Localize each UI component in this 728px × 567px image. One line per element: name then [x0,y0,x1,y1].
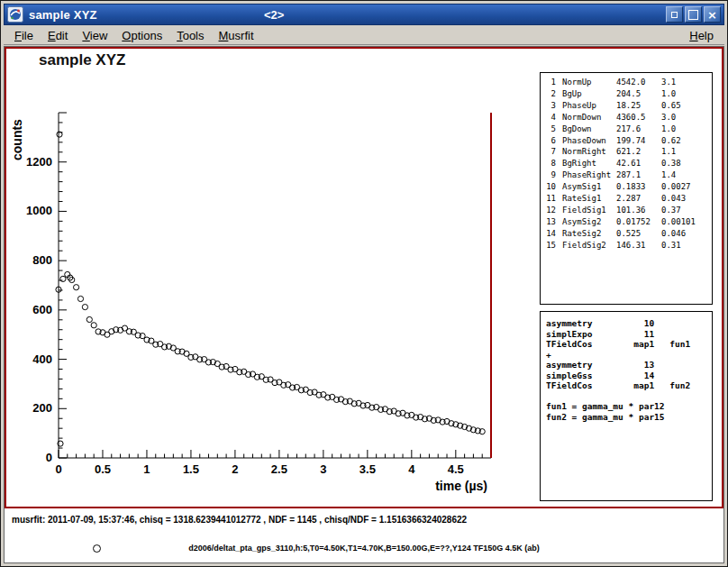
svg-text:200: 200 [32,401,52,415]
parameter-cell: 5 [545,123,556,135]
menu-view[interactable]: View [75,27,114,44]
parameter-cell: 14 [545,228,556,240]
parameter-cell: 204.5 [616,88,661,100]
plot-svg[interactable]: 00.511.522.533.544.502004006008001000120… [6,63,538,501]
parameter-cell: 0.65 [661,100,712,112]
menu-musrfit[interactable]: Musrfit [212,27,261,44]
parameter-row: 14RateSig20.5250.046 [545,228,712,240]
parameter-cell: 15 [545,240,556,251]
parameter-cell: 217.6 [616,123,661,135]
parameter-row: 7NormRight621.21.1 [545,146,712,158]
parameter-cell: 1.0 [661,88,712,100]
svg-text:1200: 1200 [26,155,52,169]
parameter-cell: 11 [545,193,556,205]
parameter-row: 8BgRight42.610.38 [545,158,712,169]
parameter-cell: 12 [545,205,556,216]
parameter-cell: NormRight [562,146,616,158]
parameter-cell: 4360.5 [616,112,661,123]
svg-text:0.5: 0.5 [95,462,111,476]
theory-line: fun1 = gamma_mu * par12 [546,401,712,412]
menu-tools[interactable]: Tools [169,27,211,44]
parameter-cell: 0.37 [661,205,712,216]
legend: d2006/deltat_pta_gps_3110,h:5,T0=4.50K,T… [5,536,723,558]
root-canvas[interactable]: sample XYZ 00.511.522.533.544.5020040060… [5,47,723,508]
window-controls: × [666,6,721,23]
parameter-cell: PhaseRight [562,169,616,181]
parameter-cell: FieldSig1 [562,205,616,216]
svg-text:2: 2 [232,462,238,476]
parameter-cell: 1.1 [661,146,712,158]
parameter-cell: 3.0 [661,112,712,123]
parameter-cell: 0.046 [661,228,712,240]
menu-file[interactable]: File [7,27,41,44]
parameter-cell: 0.043 [661,193,712,205]
svg-text:1000: 1000 [26,204,52,217]
theory-line: simpleGss 14 [546,370,712,381]
menu-help[interactable]: Help [678,27,724,44]
parameter-row: 9PhaseRight287.11.4 [545,169,712,181]
parameter-row: 11RateSig12.2870.043 [545,193,712,205]
parameter-cell: 3.1 [661,77,712,88]
titlebar[interactable]: sample XYZ <2> × [4,4,724,25]
parameter-cell: 199.74 [616,135,661,147]
parameter-row: 12FieldSig1101.360.37 [545,205,712,216]
window-title: sample XYZ [29,8,97,22]
svg-text:0: 0 [46,451,52,464]
parameter-cell: RateSig2 [562,228,616,240]
close-button[interactable]: × [704,6,721,23]
parameter-row: 13AsymSig20.017520.00101 [545,216,712,228]
parameter-cell: AsymSig1 [562,181,616,193]
parameter-cell: 9 [545,169,556,181]
parameter-cell: 2.287 [616,193,661,205]
svg-text:3.5: 3.5 [359,462,376,476]
parameter-cell: 0.00101 [661,216,712,228]
parameter-cell: 7 [545,146,556,158]
parameter-cell: 0.525 [616,228,661,240]
theory-line: fun2 = gamma_mu * par15 [546,412,712,423]
parameter-row: 6PhaseDown199.740.62 [545,135,712,147]
menu-options[interactable]: Options [114,27,169,44]
parameter-cell: 8 [545,158,556,169]
menubar: File Edit View Options Tools Musrfit Hel… [4,26,724,45]
parameter-cell: 42.61 [616,158,661,169]
parameter-cell: AsymSig2 [562,216,616,228]
parameter-row: 15FieldSig2146.310.31 [545,240,712,251]
parameter-cell: 10 [545,181,556,193]
parameter-cell: 1 [545,77,556,88]
parameter-row: 5BgDown217.61.0 [545,123,712,135]
parameter-cell: 146.31 [616,240,661,251]
theory-line: TFieldCos map1 fun1 [546,339,712,350]
svg-text:800: 800 [32,253,52,267]
parameter-cell: BgDown [562,123,616,135]
parameter-cell: BgRight [562,158,616,169]
parameter-cell: 13 [545,216,556,228]
parameter-cell: RateSig1 [562,193,616,205]
parameter-cell: 621.2 [616,146,661,158]
parameter-cell: FieldSig2 [562,240,616,251]
parameter-cell: 287.1 [616,169,661,181]
theory-box[interactable]: asymmetry 10simplExpo 11TFieldCos map1 f… [540,311,713,501]
parameter-cell: BgUp [562,88,616,100]
parameter-row: 1NormUp4542.03.1 [545,77,712,88]
close-icon: × [707,9,717,21]
svg-text:0: 0 [55,462,61,476]
svg-text:1.5: 1.5 [183,462,199,476]
parameter-box[interactable]: 1NormUp4542.03.12BgUp204.51.03PhaseUp18.… [540,72,713,305]
parameter-cell: 101.36 [616,205,661,216]
parameter-cell: NormUp [562,77,616,88]
app-icon [7,6,23,23]
parameter-cell: 0.1833 [616,181,661,193]
minimize-button[interactable] [666,6,683,23]
legend-marker-icon [93,544,101,553]
menu-edit[interactable]: Edit [41,27,75,44]
parameter-row: 2BgUp204.51.0 [545,88,712,100]
svg-text:2.5: 2.5 [271,462,287,476]
fit-status-text: musrfit: 2011-07-09, 15:37:46, chisq = 1… [12,515,720,525]
svg-text:4.5: 4.5 [448,462,464,476]
parameter-cell: 0.38 [661,158,712,169]
svg-text:3: 3 [320,462,326,476]
parameter-rows: 1NormUp4542.03.12BgUp204.51.03PhaseUp18.… [545,77,712,251]
theory-line: TFieldCos map1 fun2 [546,380,712,391]
maximize-button[interactable] [685,6,702,23]
svg-text:1: 1 [143,462,150,476]
